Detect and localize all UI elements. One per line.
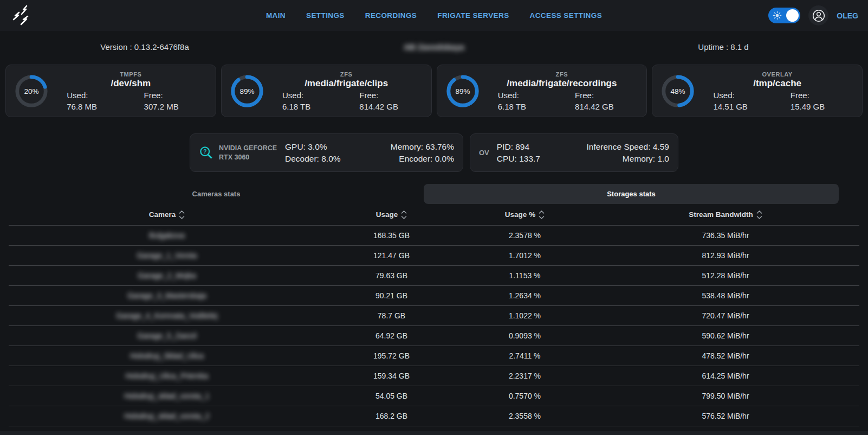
cell-usage: 159.34 GB — [325, 372, 458, 380]
cell-camera-name: Holodnyj_Sklad_Ulica — [9, 351, 325, 360]
svg-text:89%: 89% — [239, 87, 254, 95]
column-header-stream-bandwidth[interactable]: Stream Bandwidth — [592, 210, 859, 219]
storage-cards-row: 20% TMPFS /dev/shm Used: Free: 76.8 MB 3… — [0, 65, 868, 117]
sort-arrows-icon — [179, 210, 185, 219]
table-body: Bulgakova 168.35 GB 2.3578 % 736.35 MiB/… — [9, 226, 859, 426]
storage-type-label: ZFS — [269, 71, 424, 78]
cell-usage-percent: 2.3558 % — [458, 412, 592, 420]
username-label[interactable]: OLEG — [837, 11, 858, 20]
toggle-knob — [786, 9, 799, 22]
cell-usage-percent: 1.1022 % — [458, 311, 592, 320]
user-avatar[interactable] — [808, 5, 828, 25]
gpu-name-label: NVIDIA GEFORCE RTX 3060 — [219, 144, 285, 162]
storage-path-label: /media/frigate/recordings — [485, 78, 639, 89]
column-header-usage-percent[interactable]: Usage % — [458, 210, 592, 219]
cell-usage-percent: 1.2634 % — [458, 291, 592, 300]
cell-usage: 90.21 GB — [325, 291, 458, 300]
cell-bandwidth: 538.48 MiB/hr — [592, 291, 859, 300]
nav-links: MAIN SETTINGS RECORDINGS FRIGATE SERVERS… — [266, 11, 602, 20]
sort-arrows-icon — [401, 210, 407, 219]
nav-item-access-settings[interactable]: ACCESS SETTINGS — [530, 11, 603, 20]
table-row: Garage_4_Komnata_Voditelej 78.7 GB 1.102… — [9, 306, 859, 326]
nav-item-main[interactable]: MAIN — [266, 11, 286, 20]
cell-usage: 79.63 GB — [325, 271, 458, 280]
cell-bandwidth: 478.52 MiB/hr — [592, 351, 859, 360]
storage-path-label: /tmp/cache — [700, 78, 854, 89]
table-row: Holodnyj_Sklad_Ulica 195.72 GB 2.7411 % … — [9, 346, 859, 366]
server-name-blurred: AB Zavodskaya — [289, 42, 579, 52]
cell-usage-percent: 2.2317 % — [458, 372, 592, 380]
detector-inference-speed: Inference Speed: 4.59 — [586, 142, 669, 152]
cell-usage: 168.2 GB — [325, 412, 458, 420]
cell-usage-percent: 0.7570 % — [458, 392, 592, 400]
used-value: 6.18 TB — [269, 102, 346, 111]
nav-item-recordings[interactable]: RECORDINGS — [365, 11, 417, 20]
used-label: Used: — [269, 91, 346, 100]
sort-arrows-icon — [756, 210, 762, 219]
cell-usage: 121.47 GB — [325, 251, 458, 260]
free-value: 814.42 GB — [346, 102, 423, 111]
cell-bandwidth: 512.28 MiB/hr — [592, 271, 859, 280]
free-label: Free: — [562, 91, 639, 100]
stats-tabs: Cameras stats Storages stats — [9, 184, 839, 204]
tab-cameras-stats[interactable]: Cameras stats — [9, 184, 424, 204]
svg-text:?: ? — [203, 149, 206, 155]
detector-memory: Memory: 1.0 — [586, 154, 669, 164]
donut-chart: 20% — [14, 73, 49, 109]
bottom-edge-strip — [0, 431, 868, 435]
cell-camera-name: Bulgakova — [9, 231, 325, 240]
donut-chart: 48% — [660, 73, 696, 109]
storage-path-label: /media/frigate/clips — [269, 78, 424, 89]
column-header-camera[interactable]: Camera — [9, 210, 325, 219]
donut-chart: 89% — [229, 73, 265, 109]
storage-type-label: TMPFS — [54, 71, 208, 78]
cell-camera-name: Garage_3_Masterskaja — [9, 291, 325, 300]
storage-type-label: OVERLAY — [700, 71, 854, 78]
person-circle-icon — [812, 9, 826, 23]
used-label: Used: — [485, 91, 562, 100]
tab-storages-stats[interactable]: Storages stats — [424, 184, 839, 204]
nav-item-settings[interactable]: SETTINGS — [306, 11, 345, 20]
svg-text:48%: 48% — [671, 87, 685, 95]
table-row: Holodnyj_sklad_vorota_2 168.2 GB 2.3558 … — [9, 406, 859, 426]
free-label: Free: — [346, 91, 423, 100]
cell-usage-percent: 1.7012 % — [458, 251, 592, 260]
used-label: Used: — [54, 91, 131, 100]
frigate-logo-icon[interactable] — [10, 4, 35, 28]
used-label: Used: — [700, 91, 777, 100]
nav-item-frigate-servers[interactable]: FRIGATE SERVERS — [437, 11, 509, 20]
table-row: Garage_2_Mojka 79.63 GB 1.1153 % 512.28 … — [9, 266, 859, 286]
cell-bandwidth: 720.47 MiB/hr — [592, 311, 859, 320]
theme-toggle[interactable] — [768, 8, 800, 23]
donut-chart: 89% — [445, 73, 481, 109]
table-row: Garage_5_Zaezd 64.92 GB 0.9093 % 590.62 … — [9, 326, 859, 346]
free-label: Free: — [778, 91, 854, 100]
storage-type-label: ZFS — [485, 71, 639, 78]
camera-stats-table: Camera Usage Usage % Stream Bandwidth Bu… — [9, 204, 859, 426]
cell-camera-name: Holodnyj_sklad_vorota_1 — [9, 392, 325, 400]
svg-text:20%: 20% — [24, 87, 38, 95]
storage-card-recordings: 89% ZFS /media/frigate/recordings Used: … — [437, 65, 647, 117]
cell-bandwidth: 590.62 MiB/hr — [592, 331, 859, 340]
column-header-usage[interactable]: Usage — [325, 210, 458, 219]
gpu-decoder: Decoder: 8.0% — [285, 154, 341, 164]
detector-pid: PID: 894 — [497, 142, 540, 152]
free-value: 307.2 MB — [131, 102, 208, 111]
uptime-label: Uptime : 8.1 d — [579, 42, 868, 52]
table-row: Garage_1_Vorota 121.47 GB 1.7012 % 812.9… — [9, 246, 859, 266]
process-cards-row: ? NVIDIA GEFORCE RTX 3060 GPU: 3.0% Deco… — [0, 133, 868, 172]
cell-usage: 54.05 GB — [325, 392, 458, 400]
gpu-encoder: Encoder: 0.0% — [391, 154, 454, 164]
free-value: 15.49 GB — [778, 102, 854, 111]
info-bar: Version : 0.13.2-6476f8a AB Zavodskaya U… — [0, 34, 868, 59]
cell-usage-percent: 2.3578 % — [458, 231, 592, 240]
detector-stats-card: OV PID: 894 CPU: 133.7 Inference Speed: … — [470, 133, 678, 172]
cell-usage-percent: 0.9093 % — [458, 331, 592, 340]
cell-usage: 64.92 GB — [325, 331, 458, 340]
magnifier-question-icon: ? — [199, 145, 213, 160]
gpu-memory: Memory: 63.76% — [391, 142, 454, 152]
used-value: 76.8 MB — [54, 102, 131, 111]
table-header-row: Camera Usage Usage % Stream Bandwidth — [9, 204, 859, 226]
navbar-right-group: OLEG — [768, 5, 858, 25]
gpu-usage: GPU: 3.0% — [285, 142, 341, 152]
